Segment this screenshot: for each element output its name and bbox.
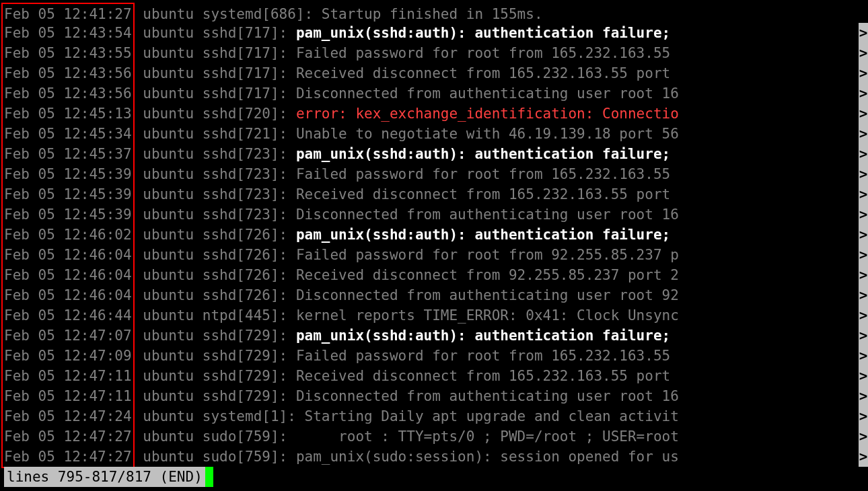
log-message: ubuntu sshd[729]: Received disconnect fr… [135, 366, 859, 386]
log-source: ubuntu sshd[726]: [135, 287, 296, 303]
log-line: Feb 05 12:43:56 ubuntu sshd[717]: Receiv… [4, 63, 864, 83]
log-message: ubuntu systemd[1]: Starting Daily apt up… [135, 406, 859, 426]
truncation-indicator-icon: > [859, 426, 868, 447]
terminal-output[interactable]: Feb 05 12:41:27 ubuntu systemd[686]: Sta… [0, 0, 868, 487]
log-source: ubuntu sshd[717]: [135, 45, 296, 61]
truncation-indicator-icon: > [859, 406, 868, 426]
log-timestamp: Feb 05 12:47:27 [1, 447, 135, 468]
log-text: Failed password for root from 165.232.16… [296, 45, 670, 61]
log-timestamp: Feb 05 12:45:13 [1, 104, 135, 124]
log-message: ubuntu sshd[717]: pam_unix(sshd:auth): a… [135, 23, 859, 43]
log-text: Failed password for root from 165.232.16… [296, 166, 670, 182]
log-line: Feb 05 12:46:44 ubuntu ntpd[445]: kernel… [4, 305, 864, 326]
log-message: ubuntu sshd[720]: error: kex_exchange_id… [135, 104, 859, 124]
truncation-indicator-icon: > [859, 204, 868, 225]
truncation-indicator-icon: > [859, 447, 868, 467]
log-text: Disconnected from authenticating user ro… [296, 85, 679, 102]
log-message: ubuntu sshd[729]: pam_unix(sshd:auth): a… [135, 326, 859, 346]
log-source: ubuntu systemd[686]: [135, 6, 322, 22]
truncation-indicator-icon: > [859, 366, 868, 386]
log-source: ubuntu sshd[721]: [135, 126, 296, 142]
log-text: Starting Daily apt upgrade and clean act… [305, 408, 679, 424]
truncation-indicator-icon: > [859, 225, 868, 245]
log-line: Feb 05 12:43:54 ubuntu sshd[717]: pam_un… [4, 23, 864, 43]
log-text: kernel reports TIME_ERROR: 0x41: Clock U… [296, 307, 679, 324]
truncation-indicator-icon: > [859, 23, 868, 43]
log-source: ubuntu sshd[720]: [135, 106, 296, 122]
truncation-indicator-icon: > [859, 285, 868, 305]
log-source: ubuntu sshd[729]: [135, 348, 296, 364]
log-line: Feb 05 12:46:02 ubuntu sshd[726]: pam_un… [4, 225, 864, 245]
truncation-indicator-icon: > [859, 265, 868, 285]
truncation-indicator-icon: > [859, 124, 868, 144]
log-line: Feb 05 12:46:04 ubuntu sshd[726]: Failed… [4, 245, 864, 265]
log-timestamp: Feb 05 12:43:56 [1, 63, 135, 83]
log-source: ubuntu sshd[726]: [135, 227, 296, 243]
log-timestamp: Feb 05 12:45:34 [1, 124, 135, 144]
log-timestamp: Feb 05 12:47:11 [1, 366, 135, 386]
log-message: ubuntu sshd[726]: Received disconnect fr… [135, 265, 859, 285]
truncation-indicator-icon: > [859, 144, 868, 164]
log-line: Feb 05 12:47:11 ubuntu sshd[729]: Receiv… [4, 366, 864, 386]
log-source: ubuntu sudo[759]: [135, 428, 322, 445]
log-message: ubuntu sshd[717]: Received disconnect fr… [135, 63, 859, 83]
log-message: ubuntu sshd[723]: Failed password for ro… [135, 164, 859, 184]
log-message: ubuntu sshd[723]: pam_unix(sshd:auth): a… [135, 144, 859, 164]
log-text: Failed password for root from 92.255.85.… [296, 247, 679, 263]
log-text: pam_unix(sshd:auth): authentication fail… [296, 146, 670, 162]
log-message: ubuntu systemd[686]: Startup finished in… [135, 4, 864, 24]
log-message: ubuntu sshd[726]: pam_unix(sshd:auth): a… [135, 225, 859, 245]
log-message: ubuntu sshd[717]: Disconnected from auth… [135, 83, 859, 104]
log-text: Startup finished in 155ms. [322, 6, 543, 22]
log-timestamp: Feb 05 12:46:04 [1, 245, 135, 265]
log-line: Feb 05 12:47:24 ubuntu systemd[1]: Start… [4, 406, 864, 426]
log-line: Feb 05 12:47:09 ubuntu sshd[729]: Failed… [4, 346, 864, 366]
log-text: root : TTY=pts/0 ; PWD=/root ; USER=root [322, 428, 688, 445]
log-source: ubuntu sshd[729]: [135, 368, 296, 384]
log-source: ubuntu sshd[729]: [135, 328, 296, 344]
log-message: ubuntu sudo[759]: pam_unix(sudo:session)… [135, 447, 859, 467]
pager-status-bar: lines 795-817/817 (END) [4, 467, 864, 487]
log-timestamp: Feb 05 12:46:44 [1, 305, 135, 326]
log-message: ubuntu sshd[726]: Disconnected from auth… [135, 285, 859, 305]
truncation-indicator-icon: > [859, 305, 868, 326]
log-text: Received disconnect from 165.232.163.55 … [296, 65, 679, 81]
log-text: Disconnected from authenticating user ro… [296, 388, 679, 404]
log-line: Feb 05 12:46:04 ubuntu sshd[726]: Discon… [4, 285, 864, 305]
log-timestamp: Feb 05 12:46:04 [1, 285, 135, 305]
log-source: ubuntu sshd[726]: [135, 247, 296, 263]
log-timestamp: Feb 05 12:43:56 [1, 83, 135, 104]
log-text: Failed password for root from 165.232.16… [296, 348, 670, 364]
log-message: ubuntu sshd[721]: Unable to negotiate wi… [135, 124, 859, 144]
log-source: ubuntu sshd[726]: [135, 267, 296, 283]
log-timestamp: Feb 05 12:46:04 [1, 265, 135, 285]
pager-status-text: lines 795-817/817 (END) [4, 467, 205, 487]
log-line: Feb 05 12:45:39 ubuntu sshd[723]: Discon… [4, 204, 864, 225]
log-message: ubuntu ntpd[445]: kernel reports TIME_ER… [135, 305, 859, 326]
log-source: ubuntu systemd[1]: [135, 408, 305, 424]
log-line: Feb 05 12:45:37 ubuntu sshd[723]: pam_un… [4, 144, 864, 164]
log-line: Feb 05 12:45:13 ubuntu sshd[720]: error:… [4, 104, 864, 124]
log-source: ubuntu sshd[717]: [135, 25, 296, 41]
log-text: error: kex_exchange_identification: Conn… [296, 106, 679, 122]
log-source: ubuntu sshd[723]: [135, 146, 296, 162]
log-line: Feb 05 12:47:27 ubuntu sudo[759]: pam_un… [4, 447, 864, 467]
log-timestamp: Feb 05 12:47:27 [1, 426, 135, 447]
log-line: Feb 05 12:45:39 ubuntu sshd[723]: Failed… [4, 164, 864, 184]
log-timestamp: Feb 05 12:43:55 [1, 43, 135, 63]
log-timestamp: Feb 05 12:47:11 [1, 386, 135, 406]
log-text: Received disconnect from 165.232.163.55 … [296, 368, 679, 384]
log-line: Feb 05 12:45:39 ubuntu sshd[723]: Receiv… [4, 184, 864, 204]
log-text: Unable to negotiate with 46.19.139.18 po… [296, 126, 679, 142]
log-text: Disconnected from authenticating user ro… [296, 206, 679, 223]
log-timestamp: Feb 05 12:47:09 [1, 346, 135, 366]
truncation-indicator-icon: > [859, 164, 868, 184]
truncation-indicator-icon: > [859, 104, 868, 124]
log-timestamp: Feb 05 12:41:27 [1, 3, 135, 24]
log-message: ubuntu sshd[723]: Disconnected from auth… [135, 204, 859, 225]
log-text: pam_unix(sudo:session): session opened f… [296, 449, 679, 465]
log-message: ubuntu sshd[726]: Failed password for ro… [135, 245, 859, 265]
log-source: ubuntu sshd[723]: [135, 186, 296, 202]
log-timestamp: Feb 05 12:45:39 [1, 184, 135, 204]
truncation-indicator-icon: > [859, 346, 868, 366]
